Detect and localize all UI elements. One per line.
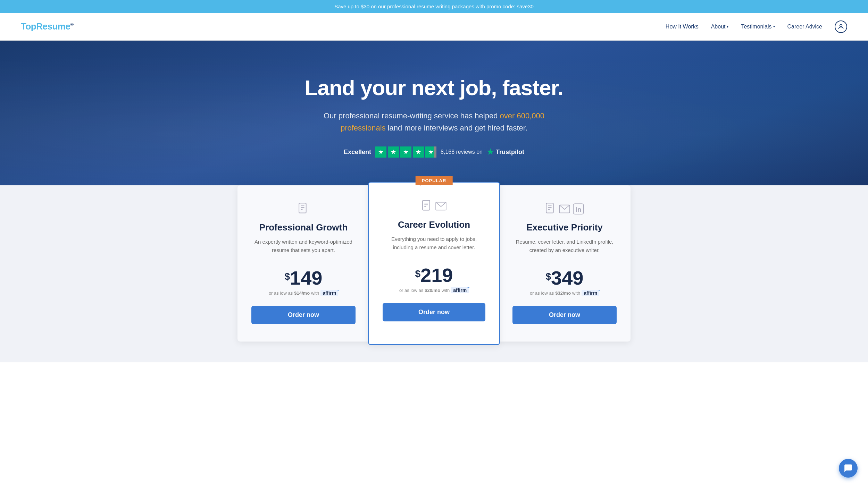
svg-rect-1 <box>299 203 306 213</box>
pricing-section: Professional Growth An expertly written … <box>0 185 868 362</box>
mail-icon-3 <box>559 203 570 214</box>
card-executive-priority: in Executive Priority Resume, cover lett… <box>499 185 631 342</box>
svg-text:in: in <box>576 206 581 213</box>
tp-star-icon: ★ <box>487 148 494 157</box>
card-1-price: $149 <box>251 268 356 288</box>
order-button-2[interactable]: Order now <box>383 303 485 321</box>
trustpilot-brand: ★ Trustpilot <box>487 148 524 157</box>
card-3-price: $349 <box>512 268 617 288</box>
hero-subtitle: Our professional resume-writing service … <box>312 110 556 134</box>
star-5-half: ★ <box>425 146 436 158</box>
affirm-logo-1: affirm <box>320 290 338 296</box>
card-2-desc: Everything you need to apply to jobs, in… <box>383 235 485 256</box>
trustpilot-label: Excellent <box>344 149 371 156</box>
testimonials-chevron-icon: ▾ <box>773 25 775 28</box>
popular-badge: POPULAR <box>416 176 453 185</box>
logo-part2: Resume <box>36 21 70 32</box>
order-button-1[interactable]: Order now <box>251 306 356 324</box>
mail-icon-2 <box>435 201 446 212</box>
card-3-desc: Resume, cover letter, and LinkedIn profi… <box>512 238 617 259</box>
card-2-icons <box>383 200 485 212</box>
promo-banner-text: Save up to $30 on our professional resum… <box>334 3 534 9</box>
card-3-title: Executive Priority <box>512 222 617 233</box>
promo-banner: Save up to $30 on our professional resum… <box>0 0 868 13</box>
doc-icon-3 <box>545 203 556 215</box>
order-button-3[interactable]: Order now <box>512 306 617 324</box>
nav-how-it-works[interactable]: How It Works <box>666 24 699 30</box>
nav-about[interactable]: About ▾ <box>711 24 729 30</box>
header: TopResume® How It Works About ▾ Testimon… <box>0 13 868 41</box>
affirm-logo-2: affirm <box>451 287 469 293</box>
card-2-price: $219 <box>383 266 485 285</box>
card-1-desc: An expertly written and keyword-optimize… <box>251 238 356 259</box>
svg-point-0 <box>840 24 842 27</box>
pricing-cards: Professional Growth An expertly written … <box>226 185 642 342</box>
doc-icon-2 <box>422 200 433 212</box>
linkedin-icon-3: in <box>573 203 584 214</box>
star-3: ★ <box>400 146 411 158</box>
trustpilot-reviews: 8,168 reviews on <box>441 149 483 155</box>
card-2-title: Career Evolution <box>383 219 485 230</box>
card-professional-growth: Professional Growth An expertly written … <box>237 185 369 342</box>
star-4: ★ <box>413 146 424 158</box>
main-nav: How It Works About ▾ Testimonials ▾ Care… <box>666 20 847 33</box>
affirm-logo-3: affirm <box>582 290 599 296</box>
svg-rect-5 <box>423 201 430 210</box>
user-account-icon[interactable] <box>835 20 847 33</box>
card-2-affirm: or as low as $20/mo with affirm <box>383 287 485 293</box>
card-3-affirm: or as low as $32/mo with affirm <box>512 290 617 296</box>
trustpilot-stars: ★ ★ ★ ★ ★ <box>375 146 436 158</box>
card-1-title: Professional Growth <box>251 222 356 233</box>
about-chevron-icon: ▾ <box>727 25 728 28</box>
hero-title: Land your next job, faster. <box>14 75 854 100</box>
card-career-evolution: POPULAR Career Evolution Everything you … <box>368 182 500 345</box>
logo[interactable]: TopResume® <box>21 21 73 32</box>
star-1: ★ <box>375 146 386 158</box>
logo-trademark: ® <box>70 22 73 27</box>
logo-part1: Top <box>21 21 36 32</box>
nav-career-advice[interactable]: Career Advice <box>787 24 823 30</box>
star-2: ★ <box>388 146 399 158</box>
card-1-affirm: or as low as $14/mo with affirm <box>251 290 356 296</box>
nav-testimonials[interactable]: Testimonials ▾ <box>741 24 775 30</box>
doc-icon <box>298 203 309 215</box>
trustpilot-row: Excellent ★ ★ ★ ★ ★ 8,168 reviews on ★ T… <box>14 146 854 158</box>
card-1-icons <box>251 203 356 215</box>
card-3-icons: in <box>512 203 617 215</box>
svg-rect-10 <box>546 203 553 213</box>
